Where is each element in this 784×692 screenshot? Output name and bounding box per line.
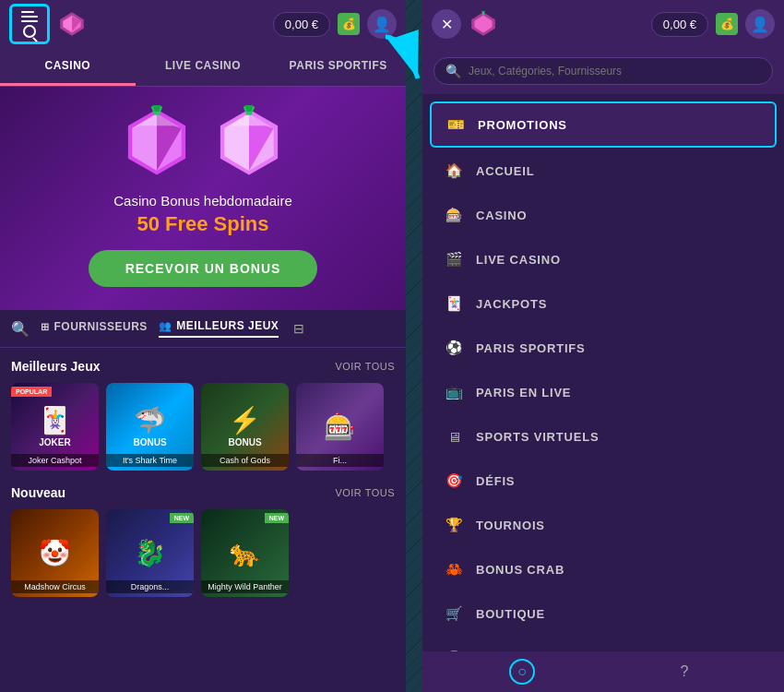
right-header: ✕ 0,00 € 💰 👤 <box>422 0 784 48</box>
menu-item-niveaux-vip[interactable]: 💎 NIVEAUX VIP <box>430 637 777 651</box>
tab-casino[interactable]: CASINO <box>0 48 136 86</box>
user-avatar[interactable]: 👤 <box>367 9 397 39</box>
menu-item-accueil[interactable]: 🏠 ACCUEIL <box>430 149 777 192</box>
filter-search-icon: 🔍 <box>11 320 30 338</box>
menu-item-label-jackpots: JACKPOTS <box>476 297 547 311</box>
left-panel: 0,00 € 💰 👤 CASINO LIVE CASINO PARIS SPOR… <box>0 0 406 692</box>
menu-item-label-paris-sportifs: PARIS SPORTIFS <box>476 341 586 355</box>
balance-display[interactable]: 0,00 € <box>273 12 330 37</box>
game-label-shark: It's Shark Time <box>106 454 194 467</box>
menu-item-defis[interactable]: 🎯 DÉFIS <box>430 459 777 502</box>
menu-item-paris-sportifs[interactable]: ⚽ PARIS SPORTIFS <box>430 327 777 369</box>
menu-item-label-live-casino: LIVE CASINO <box>476 253 561 267</box>
bottom-circle-icon[interactable]: ○ <box>509 659 535 685</box>
tab-paris-sportifs[interactable]: PARIS SPORTIFS <box>270 48 406 86</box>
badge-new-mighty: NEW <box>265 513 289 523</box>
paris-sportifs-icon: ⚽ <box>445 339 463 357</box>
voir-tous-best[interactable]: VOIR TOUS <box>335 361 395 372</box>
defis-icon: 🎯 <box>445 471 463 490</box>
best-games-row: 🃏 JOKER POPULAR Joker Cashpot 🦈 BONUS It… <box>11 383 395 471</box>
menu-item-promotions[interactable]: 🎫 PROMOTIONS <box>430 101 777 148</box>
filter-bar: 🔍 ⊞ FOURNISSEURS 👥 MEILLEURS JEUX ⊟ <box>0 310 406 348</box>
menu-item-label-sports-virtuels: SPORTS VIRTUELS <box>476 430 599 444</box>
bonus-crab-icon: 🦀 <box>445 560 463 579</box>
game-card-joker[interactable]: 🃏 JOKER POPULAR Joker Cashpot <box>11 383 99 471</box>
casino-icon: 🎰 <box>445 206 463 224</box>
jackpots-icon: 🃏 <box>445 294 463 313</box>
game-card-shark[interactable]: 🦈 BONUS It's Shark Time <box>106 383 194 471</box>
gems-display <box>120 105 286 179</box>
menu-item-bonus-crab[interactable]: 🦀 BONUS CRAB <box>430 548 777 591</box>
section-header-new: Nouveau VOIR TOUS <box>11 485 395 500</box>
menu-item-live-casino[interactable]: 🎬 LIVE CASINO <box>430 238 777 280</box>
tab-fournisseurs[interactable]: ⊞ FOURNISSEURS <box>41 320 148 337</box>
bonus-button[interactable]: RECEVOIR UN BONUS <box>89 250 318 287</box>
game-card-cashgods[interactable]: ⚡ BONUS Cash of Gods <box>201 383 289 471</box>
menu-item-sports-virtuels[interactable]: 🖥 SPORTS VIRTUELS <box>430 415 777 458</box>
menu-item-tournois[interactable]: 🏆 TOURNOIS <box>430 504 777 546</box>
grid-icon: ⊞ <box>41 321 50 333</box>
right-bottom-bar: ○ ? <box>422 651 784 692</box>
free-spins-text: 50 Free Spins <box>137 212 268 236</box>
menu-items-list: 🎫 PROMOTIONS 🏠 ACCUEIL 🎰 CASINO 🎬 LIVE C… <box>422 94 784 651</box>
menu-item-boutique[interactable]: 🛒 BOUTIQUE <box>430 592 777 635</box>
menu-item-label-boutique: BOUTIQUE <box>476 607 545 621</box>
right-user-avatar[interactable]: 👤 <box>745 9 775 39</box>
game-card-dragons[interactable]: 🐉 NEW Dragons... <box>106 509 194 597</box>
badge-popular: POPULAR <box>11 387 52 397</box>
accueil-icon: 🏠 <box>445 161 463 180</box>
tab-live-casino[interactable]: LIVE CASINO <box>136 48 271 86</box>
boutique-icon: 🛒 <box>445 604 463 623</box>
menu-item-casino[interactable]: 🎰 CASINO <box>430 194 777 236</box>
promotions-icon: 🎫 <box>446 115 465 134</box>
search-bar: 🔍 <box>422 48 784 94</box>
game-label-mighty: Mighty Wild Panther <box>201 580 289 593</box>
right-panel: ✕ 0,00 € 💰 👤 🔍 🎫 PROMOTIONS 🏠 ACCUEIL <box>422 0 784 692</box>
game-card-madshow[interactable]: 🤡 Madshow Circus <box>11 509 99 597</box>
menu-item-label-defis: DÉFIS <box>476 474 515 488</box>
live-casino-icon: 🎬 <box>445 250 463 268</box>
game-label-extra: Fi... <box>296 454 384 467</box>
section-title-best: Meilleurs Jeux <box>11 359 101 374</box>
tab-meilleurs-jeux[interactable]: 👥 MEILLEURS JEUX <box>159 319 279 338</box>
game-label-cashgods: Cash of Gods <box>201 454 289 467</box>
game-label-dragons: Dragons... <box>106 580 194 593</box>
menu-item-label-promotions: PROMOTIONS <box>478 118 567 132</box>
menu-item-label-bonus-crab: BONUS CRAB <box>476 563 564 577</box>
paris-live-icon: 📺 <box>445 383 463 401</box>
menu-item-label-paris-live: PARIS EN LIVE <box>476 386 571 400</box>
tournois-icon: 🏆 <box>445 516 463 534</box>
gem-1 <box>120 105 194 179</box>
bottom-question-icon[interactable]: ? <box>671 659 697 685</box>
left-header: 0,00 € 💰 👤 <box>0 0 406 48</box>
right-balance-display[interactable]: 0,00 € <box>651 12 708 37</box>
hero-banner: Casino Bonus hebdomadaire 50 Free Spins … <box>0 87 406 310</box>
section-title-new: Nouveau <box>11 485 65 500</box>
panel-gap <box>406 0 422 692</box>
logo-gem <box>57 9 87 39</box>
menu-item-label-accueil: ACCUEIL <box>476 164 534 178</box>
grid-view-icon: ⊟ <box>293 321 304 336</box>
search-magnifier-icon: 🔍 <box>445 64 461 78</box>
right-deposit-icon[interactable]: 💰 <box>716 13 738 35</box>
game-card-mighty[interactable]: 🐆 NEW Mighty Wild Panther <box>201 509 289 597</box>
voir-tous-new[interactable]: VOIR TOUS <box>335 487 395 498</box>
menu-search-button[interactable] <box>9 4 50 44</box>
badge-new-dragons: NEW <box>170 513 194 523</box>
nav-tabs: CASINO LIVE CASINO PARIS SPORTIFS <box>0 48 406 87</box>
game-card-extra[interactable]: 🎰 Fi... <box>296 383 384 471</box>
menu-item-paris-live[interactable]: 📺 PARIS EN LIVE <box>430 371 777 413</box>
close-button[interactable]: ✕ <box>432 9 461 39</box>
right-logo-gem <box>469 9 498 39</box>
search-input-wrap: 🔍 <box>434 57 773 85</box>
search-input[interactable] <box>469 65 761 78</box>
game-label-joker: Joker Cashpot <box>11 454 99 467</box>
section-header-best: Meilleurs Jeux VOIR TOUS <box>11 359 395 374</box>
search-icon <box>23 25 36 38</box>
menu-item-jackpots[interactable]: 🃏 JACKPOTS <box>430 282 777 325</box>
menu-item-label-tournois: TOURNOIS <box>476 519 545 532</box>
bonus-text: Casino Bonus hebdomadaire <box>113 193 291 209</box>
deposit-icon[interactable]: 💰 <box>338 13 360 35</box>
menu-item-label-casino: CASINO <box>476 209 527 222</box>
sports-virtuels-icon: 🖥 <box>445 427 463 446</box>
